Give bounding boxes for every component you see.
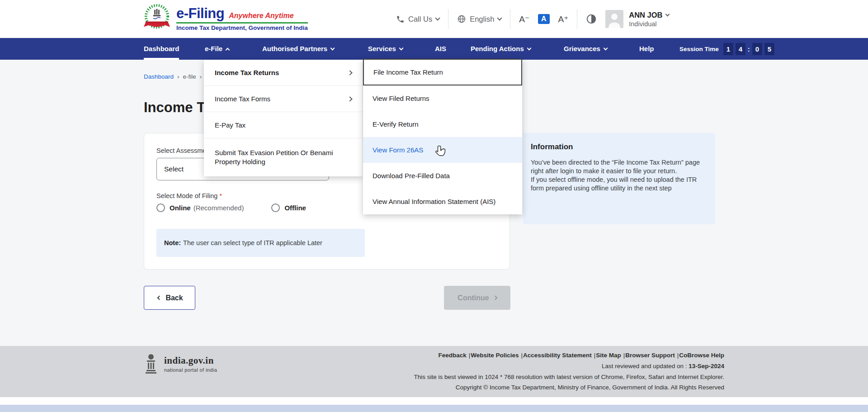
mode-of-filing-label-text: Select Mode of Filing [156, 192, 217, 199]
active-nav-indicator [144, 58, 179, 60]
session-digit: 5 [764, 43, 774, 55]
session-digit: 4 [736, 43, 745, 55]
session-digit: 1 [723, 43, 733, 55]
user-menu[interactable]: ANN JOB Individual [605, 10, 669, 28]
income-tax-returns-submenu: File Income Tax Return View Filed Return… [363, 59, 522, 214]
footer-best-viewed-line: This site is best viewed in 1024 * 768 r… [414, 372, 724, 383]
menu-item-income-tax-returns[interactable]: Income Tax Returns [204, 60, 363, 86]
back-button[interactable]: Back [144, 286, 195, 310]
brand-name: e-Filing [176, 5, 224, 22]
nav-grievances[interactable]: Grievances [564, 38, 607, 60]
footer-reviewed-line: Last reviewed and updated on : 13-Sep-20… [414, 361, 724, 372]
menu-item-income-tax-forms[interactable]: Income Tax Forms [204, 86, 363, 112]
chevron-down-icon [399, 46, 403, 50]
continue-button-disabled[interactable]: Continue [444, 286, 510, 310]
footer-link-cobrowse-help[interactable]: CoBrowse Help [679, 352, 724, 359]
user-role: Individual [629, 20, 669, 28]
chevron-down-icon [497, 15, 502, 20]
information-paragraph-2: If you select offline mode, you will nee… [531, 175, 702, 193]
portal-name[interactable]: india.gov.in [164, 355, 217, 366]
footer-links: Feedback|Website Policies|Accessibility … [414, 350, 724, 361]
radio-offline[interactable]: Offline [271, 204, 306, 212]
radio-online[interactable]: Online (Recommended) [156, 204, 244, 212]
nav-efile[interactable]: e-File [205, 38, 229, 60]
required-asterisk: * [219, 192, 222, 199]
brand-subtitle: Income Tax Department, Government of Ind… [176, 24, 308, 31]
back-button-label: Back [165, 294, 183, 302]
footer-link-separator: | [677, 352, 679, 359]
breadcrumb-dashboard[interactable]: Dashboard [144, 73, 174, 80]
language-menu[interactable]: English [457, 14, 501, 24]
breadcrumb: Dashboard › e-file › [144, 73, 202, 80]
radio-circle-icon[interactable] [271, 204, 280, 212]
information-panel: Information You’ve been directed to the … [523, 133, 715, 224]
footer-link-browser-support[interactable]: Browser Support [625, 352, 675, 359]
footer-link-website-policies[interactable]: Website Policies [471, 352, 519, 359]
header-utilities: Call Us English A⁻ A A⁺ ANN JOB [396, 0, 669, 38]
submenu-item-label: Download Pre-Filled Data [373, 172, 450, 180]
language-label: English [470, 15, 494, 24]
footer-link-accessibility[interactable]: Accessibility Statement [523, 352, 592, 359]
font-normal-button[interactable]: A [538, 14, 550, 24]
session-timer-label: Session Time [679, 46, 719, 52]
menu-item-label: Income Tax Forms [215, 95, 270, 103]
india-gov-emblem-icon [144, 354, 158, 374]
mode-of-filing-options: Online (Recommended) Offline [156, 204, 306, 212]
submenu-item-everify-return[interactable]: E-Verify Return [363, 111, 522, 137]
menu-item-submit-tax-evasion-petition[interactable]: Submit Tax Evasion Petition Or Benami Pr… [204, 138, 363, 176]
submenu-item-file-income-tax-return[interactable]: File Income Tax Return [363, 59, 522, 85]
mode-of-filing-label: Select Mode of Filing* [156, 192, 222, 199]
nav-help[interactable]: Help [639, 38, 654, 60]
chevron-up-icon [226, 47, 230, 52]
note-label: Note: [164, 239, 181, 246]
chevron-down-icon [527, 46, 531, 50]
contrast-toggle-icon[interactable] [586, 14, 597, 24]
chevron-right-icon [347, 96, 352, 101]
menu-item-label: E-Pay Tax [215, 121, 245, 129]
online-option-label: Online [170, 204, 191, 212]
menu-item-epay-tax[interactable]: E-Pay Tax [204, 112, 363, 138]
breadcrumb-separator: › [177, 73, 179, 80]
nav-authorised-partners[interactable]: Authorised Partners [262, 38, 334, 60]
nav-label: AIS [435, 38, 446, 60]
submenu-item-label: View Form 26AS [373, 146, 423, 154]
online-option-suffix: (Recommended) [193, 204, 244, 212]
call-us-menu[interactable]: Call Us [396, 15, 439, 24]
font-decrease-button[interactable]: A⁻ [519, 14, 529, 24]
portal-subtitle: national portal of india [164, 367, 217, 373]
submenu-item-label: View Filed Returns [373, 95, 429, 102]
india-gov-portal-logo: india.gov.in national portal of india [144, 354, 217, 374]
information-title: Information [531, 142, 702, 152]
nav-services[interactable]: Services [368, 38, 403, 60]
breadcrumb-efile[interactable]: e-file [183, 73, 196, 80]
nav-ais[interactable]: AIS [435, 38, 446, 60]
radio-circle-icon[interactable] [156, 204, 165, 212]
brand-text: e-Filing Anywhere Anytime Income Tax Dep… [176, 5, 308, 31]
footer-link-site-map[interactable]: Site Map [596, 352, 621, 359]
user-name: ANN JOB [629, 11, 662, 19]
submenu-item-download-prefilled-data[interactable]: Download Pre-Filled Data [363, 163, 522, 189]
nav-label: Dashboard [144, 38, 179, 60]
brand-green-rule [176, 22, 308, 24]
phone-icon [396, 15, 405, 24]
offline-option-label: Offline [284, 204, 306, 212]
footer-bottom-strip [0, 405, 868, 412]
nav-pending-actions[interactable]: Pending Actions [471, 38, 531, 60]
submenu-item-view-ais[interactable]: View Annual Information Statement (AIS) [363, 189, 522, 214]
footer: india.gov.in national portal of india Fe… [0, 346, 868, 397]
menu-item-label: Submit Tax Evasion Petition Or Benami Pr… [215, 148, 352, 166]
submenu-item-view-filed-returns[interactable]: View Filed Returns [363, 85, 522, 111]
header: e-Filing Anywhere Anytime Income Tax Dep… [0, 0, 868, 38]
footer-copyright-line: Copyright © Income Tax Department, Minis… [414, 382, 724, 393]
footer-link-separator: | [623, 352, 625, 359]
footer-link-separator: | [594, 352, 596, 359]
font-increase-button[interactable]: A⁺ [558, 14, 569, 24]
footer-link-feedback[interactable]: Feedback [438, 352, 466, 359]
nav-label: Authorised Partners [262, 38, 327, 60]
header-divider [510, 9, 510, 29]
efiling-logo: e-Filing Anywhere Anytime Income Tax Dep… [143, 4, 308, 32]
nav-label: e-File [205, 38, 222, 60]
nav-label: Grievances [564, 38, 600, 60]
nav-dashboard[interactable]: Dashboard [144, 38, 179, 60]
reviewed-date: 13-Sep-2024 [689, 363, 724, 369]
